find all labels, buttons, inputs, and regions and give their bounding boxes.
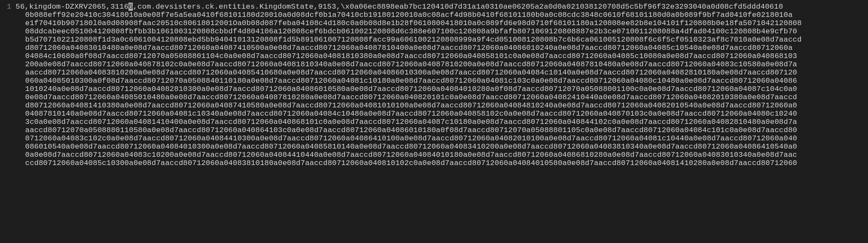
wrap-line: d80712060a04083010480a0e08d7aaccd8071206… <box>16 44 868 52</box>
wrap-line: 060a04085010300a0f08d7aaccd80712070a0508… <box>16 77 868 85</box>
text-content[interactable]: 56,kingdom-DZXRV2065,31166,com.devsister… <box>16 0 868 243</box>
wrap-line: e1f70410b907180l0a0d08908faac20510c80618… <box>16 19 868 27</box>
data-line-1: 56,kingdom-DZXRV2065,31166,com.devsister… <box>16 3 868 11</box>
wrap-line: 0b088eff92e20410c30418010a0e08f7e5a5ea04… <box>16 11 868 19</box>
wrap-line: aaccd80712070a0508880110580a0e08d7aaccd8… <box>16 126 868 134</box>
wrap-line: aaccd80712060a04083810200a0e08d7aaccd807… <box>16 68 868 77</box>
wrap-line: 1010240a0e08d7aaccd80712060a04082810300a… <box>16 85 868 93</box>
wrap-line: 04084c10680a0f08d7aaccd80712070a05088801… <box>16 52 868 60</box>
cursor: 6 <box>128 3 133 11</box>
line-number: 1 <box>0 3 11 11</box>
csv-row-suffix: ,com.devsisters.ck.entities.KingdomState… <box>133 3 783 11</box>
wrap-line: d80712060a04081410380a0e08d7aaccd8071206… <box>16 101 868 110</box>
wrap-line: 08ddcabeec051004120808fbfbb3b10610031208… <box>16 27 868 36</box>
wrap-line: 0e08d7aaccd80712060a04085010480a0e08d7aa… <box>16 93 868 101</box>
wrap-line: 0a0e08d7aaccd80712060a04083c10200a0e08d7… <box>16 151 868 159</box>
wrap-line: 086010540a0e08d7aaccd80712060a0408401030… <box>16 143 868 151</box>
wrap-line: 0712060a04083c102c0a0e08d7aaccd80712060a… <box>16 134 868 143</box>
line-number-gutter: 1 <box>0 0 16 243</box>
wrap-line: 200a0e08d7aaccd80712060a040878102c0a0e08… <box>16 60 868 68</box>
csv-row-prefix: 56,kingdom-DZXRV2065,3116 <box>16 3 128 11</box>
wrap-line: ccd80712060a04085c10300a0e08d7aaccd80712… <box>16 159 868 167</box>
wrap-line: 04087810140a0e08d7aaccd80712060a04081c10… <box>16 110 868 118</box>
wrap-line: b5d7071022120808f1d3a0c6061004120808ebd5… <box>16 36 868 44</box>
editor[interactable]: 1 56,kingdom-DZXRV2065,31166,com.devsist… <box>0 0 868 243</box>
wrap-line: 3c0a0e08d7aaccd80712060a04081410400a0e08… <box>16 118 868 126</box>
